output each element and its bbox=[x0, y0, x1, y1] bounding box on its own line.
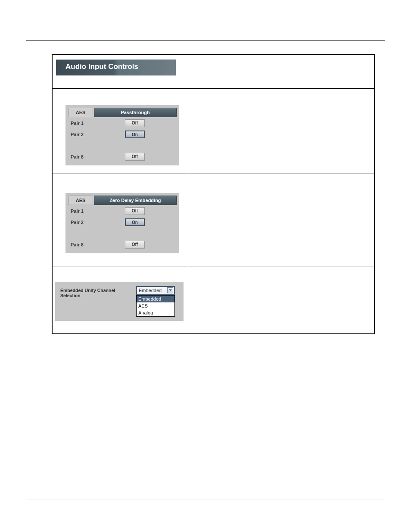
embedded-unity-label: Embedded Unity Channel Selection bbox=[59, 286, 136, 298]
audio-input-controls-tab: Audio Input Controls bbox=[56, 59, 176, 76]
passthrough-row-pair2: Pair 2 On bbox=[68, 129, 177, 140]
embedded-unity-panel: Embedded Unity Channel Selection Embedde… bbox=[55, 282, 184, 321]
header-rule bbox=[26, 40, 385, 40]
column-header-aes: AES bbox=[68, 196, 93, 205]
select-value: Embedded bbox=[139, 288, 162, 293]
function-table: Audio Input Controls AES Passthrough Pai… bbox=[52, 54, 375, 334]
aes-passthrough-panel: AES Passthrough Pair 1 Off Pair 2 On bbox=[65, 105, 179, 165]
option-analog[interactable]: Analog bbox=[137, 309, 174, 316]
row-label: Pair 1 bbox=[68, 208, 93, 214]
passthrough-toggle-pair2[interactable]: On bbox=[125, 131, 145, 138]
option-embedded[interactable]: Embedded bbox=[137, 296, 174, 302]
tab-title: Audio Input Controls bbox=[65, 62, 138, 71]
row-label: Pair 1 bbox=[68, 121, 93, 126]
zero-delay-row-pair2: Pair 2 On bbox=[68, 217, 177, 227]
passthrough-toggle-pair8[interactable]: Off bbox=[125, 153, 145, 161]
column-header-passthrough: Passthrough bbox=[94, 108, 177, 117]
row-label: Pair 8 bbox=[68, 154, 93, 159]
option-aes[interactable]: AES bbox=[137, 302, 174, 309]
zero-delay-toggle-pair8[interactable]: Off bbox=[125, 241, 145, 249]
zero-delay-row-pair1: Pair 1 Off bbox=[68, 206, 177, 216]
passthrough-toggle-pair1[interactable]: Off bbox=[125, 119, 145, 127]
row-label: Pair 8 bbox=[68, 242, 93, 247]
row-label: Pair 2 bbox=[68, 220, 93, 225]
passthrough-row-pair8: Pair 8 Off bbox=[68, 152, 177, 162]
column-header-aes: AES bbox=[68, 108, 93, 117]
embedded-unity-options: Embedded AES Analog bbox=[136, 295, 175, 317]
footer-rule bbox=[26, 500, 385, 500]
zero-delay-row-pair8: Pair 8 Off bbox=[68, 240, 177, 250]
zero-delay-toggle-pair1[interactable]: Off bbox=[125, 207, 145, 215]
row-label: Pair 2 bbox=[68, 132, 93, 137]
column-header-zero-delay: Zero Delay Embedding bbox=[94, 196, 177, 205]
passthrough-row-pair1: Pair 1 Off bbox=[68, 118, 177, 128]
embedded-unity-select[interactable]: Embedded bbox=[136, 286, 175, 295]
aes-zero-delay-panel: AES Zero Delay Embedding Pair 1 Off Pair… bbox=[65, 193, 179, 253]
zero-delay-toggle-pair2[interactable]: On bbox=[125, 218, 145, 226]
chevron-down-icon bbox=[167, 287, 173, 293]
